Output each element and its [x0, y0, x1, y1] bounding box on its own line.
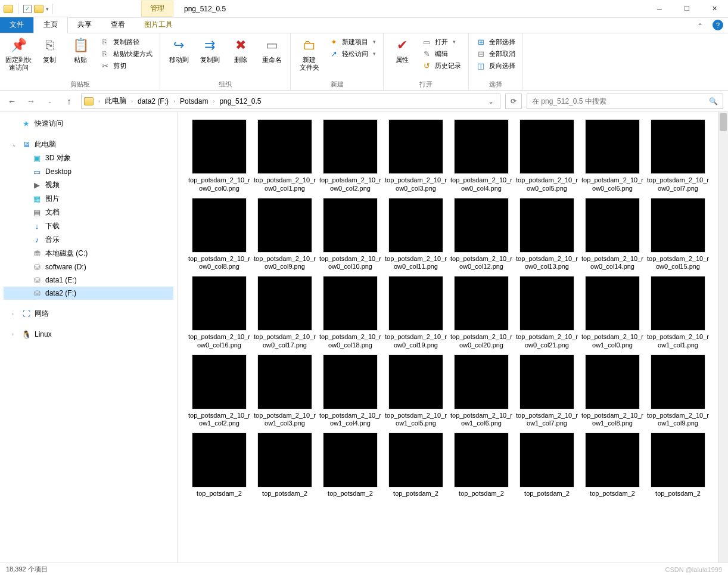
file-item[interactable]: top_potsdam_2_10_row1_col9.png: [647, 355, 709, 428]
file-item[interactable]: top_potsdam_2: [581, 433, 643, 498]
file-item[interactable]: top_potsdam_2_10_row0_col0.png: [188, 119, 250, 193]
file-item[interactable]: top_potsdam_2_10_row1_col0.png: [581, 276, 643, 350]
delete-button[interactable]: ✖删除: [226, 35, 256, 65]
tree-node[interactable]: ⌄🖥此电脑: [4, 138, 173, 151]
copypath-button[interactable]: ⎘复制路径: [97, 36, 156, 48]
easyaccess-button[interactable]: ↗轻松访问▾: [325, 48, 379, 60]
tab-file[interactable]: 文件: [0, 17, 33, 33]
file-item[interactable]: top_potsdam_2_10_row0_col13.png: [516, 198, 578, 272]
recent-button[interactable]: ⌄: [43, 94, 57, 108]
file-item[interactable]: top_potsdam_2_10_row0_col12.png: [450, 198, 512, 272]
pin-button[interactable]: 📌固定到快 速访问: [4, 35, 33, 73]
open-button[interactable]: ▭打开▾: [418, 36, 465, 48]
file-item[interactable]: top_potsdam_2: [385, 433, 447, 498]
tree-node[interactable]: ♪音乐: [4, 233, 173, 247]
tab-picture-tools[interactable]: 图片工具: [135, 17, 182, 33]
tree-node[interactable]: ⛃本地磁盘 (C:): [4, 247, 173, 260]
rename-button[interactable]: ▭重命名: [257, 35, 287, 65]
selectnone-button[interactable]: ⊟全部取消: [472, 48, 519, 60]
file-item[interactable]: top_potsdam_2_10_row1_col5.png: [385, 355, 447, 428]
tree-node[interactable]: ⛁data2 (F:): [4, 287, 173, 300]
moveto-button[interactable]: ↪移动到: [164, 35, 194, 65]
file-item[interactable]: top_potsdam_2: [450, 433, 512, 498]
tree-node[interactable]: ↓下载: [4, 219, 173, 233]
file-item[interactable]: top_potsdam_2_10_row0_col15.png: [647, 198, 709, 272]
edit-button[interactable]: ✎编辑: [418, 48, 465, 60]
file-item[interactable]: top_potsdam_2_10_row0_col6.png: [581, 119, 643, 193]
file-item[interactable]: top_potsdam_2_10_row0_col10.png: [319, 198, 381, 272]
up-button[interactable]: ↑: [62, 94, 76, 108]
search-box[interactable]: 🔍: [527, 94, 723, 109]
file-item[interactable]: top_potsdam_2_10_row0_col16.png: [188, 276, 250, 350]
copyto-button[interactable]: ⇉复制到: [195, 35, 225, 65]
file-item[interactable]: top_potsdam_2_10_row0_col2.png: [319, 119, 381, 193]
invert-button[interactable]: ◫反向选择: [472, 60, 519, 72]
tab-share[interactable]: 共享: [68, 17, 101, 33]
crumb[interactable]: 此电脑: [102, 95, 129, 107]
tab-view[interactable]: 查看: [101, 17, 135, 33]
file-item[interactable]: top_potsdam_2_10_row1_col1.png: [647, 276, 709, 350]
file-item[interactable]: top_potsdam_2_10_row0_col11.png: [385, 198, 447, 272]
scrollbar-thumb[interactable]: [720, 113, 727, 131]
file-item[interactable]: top_potsdam_2_10_row0_col17.png: [254, 276, 316, 350]
scrollbar[interactable]: [718, 112, 728, 562]
crumb[interactable]: data2 (F:): [135, 96, 171, 107]
tree-node[interactable]: ⛁data1 (E:): [4, 273, 173, 287]
file-item[interactable]: top_potsdam_2_10_row1_col6.png: [450, 355, 512, 428]
file-item[interactable]: top_potsdam_2_10_row0_col9.png: [254, 198, 316, 272]
back-button[interactable]: ←: [5, 94, 19, 108]
minimize-button[interactable]: ─: [646, 0, 673, 18]
file-item[interactable]: top_potsdam_2_10_row1_col7.png: [516, 355, 578, 428]
file-item[interactable]: top_potsdam_2_10_row0_col7.png: [647, 119, 709, 193]
properties-button[interactable]: ✔属性: [387, 35, 417, 65]
file-item[interactable]: top_potsdam_2_10_row0_col1.png: [254, 119, 316, 193]
file-item[interactable]: top_potsdam_2_10_row1_col8.png: [581, 355, 643, 428]
tree-node[interactable]: ▣3D 对象: [4, 151, 173, 165]
copy-button[interactable]: ⎘复制: [35, 35, 64, 65]
file-item[interactable]: top_potsdam_2: [319, 433, 381, 498]
file-item[interactable]: top_potsdam_2: [254, 433, 316, 498]
paste-button[interactable]: 📋粘贴: [66, 35, 95, 65]
tree-node[interactable]: ▦图片: [4, 192, 173, 206]
file-item[interactable]: top_potsdam_2: [647, 433, 709, 498]
file-item[interactable]: top_potsdam_2_10_row0_col8.png: [188, 198, 250, 272]
file-item[interactable]: top_potsdam_2_10_row0_col3.png: [385, 119, 447, 193]
search-input[interactable]: [532, 97, 709, 105]
crumb[interactable]: png_512_0.5: [217, 96, 263, 107]
file-item[interactable]: top_potsdam_2_10_row1_col3.png: [254, 355, 316, 428]
file-item[interactable]: top_potsdam_2_10_row1_col4.png: [319, 355, 381, 428]
tree-node[interactable]: ▶视频: [4, 178, 173, 192]
selectall-button[interactable]: ⊞全部选择: [472, 36, 519, 48]
tab-home[interactable]: 主页: [33, 17, 68, 33]
tree-node[interactable]: ▭Desktop: [4, 165, 173, 178]
ribbon-collapse-button[interactable]: ⌃: [691, 20, 709, 33]
qat-checkbox[interactable]: ✓: [23, 5, 32, 13]
close-button[interactable]: ✕: [701, 0, 728, 18]
file-item[interactable]: top_potsdam_2_10_row1_col2.png: [188, 355, 250, 428]
newitem-button[interactable]: ✦新建项目▾: [325, 36, 379, 48]
crumb[interactable]: Potsdam: [178, 96, 210, 107]
file-item[interactable]: top_potsdam_2_10_row0_col19.png: [385, 276, 447, 350]
file-item[interactable]: top_potsdam_2_10_row0_col4.png: [450, 119, 512, 193]
maximize-button[interactable]: ☐: [673, 0, 701, 18]
file-item[interactable]: top_potsdam_2_10_row0_col21.png: [516, 276, 578, 350]
history-button[interactable]: ↺历史记录: [418, 60, 465, 72]
tree-node[interactable]: ›⛶网络: [4, 307, 173, 321]
tree-node[interactable]: ⛁software (D:): [4, 260, 173, 273]
forward-button[interactable]: →: [24, 94, 38, 108]
newfolder-button[interactable]: 🗀新建 文件夹: [294, 35, 324, 73]
folder-icon[interactable]: [34, 5, 43, 13]
file-item[interactable]: top_potsdam_2_10_row0_col20.png: [450, 276, 512, 350]
contextual-tab-manage[interactable]: 管理: [141, 1, 173, 17]
tree-node[interactable]: ›🐧Linux: [4, 328, 173, 341]
tree-node[interactable]: ★快速访问: [4, 117, 173, 130]
address-bar[interactable]: › 此电脑› data2 (F:)› Potsdam› png_512_0.5 …: [81, 94, 500, 109]
file-item[interactable]: top_potsdam_2: [188, 433, 250, 498]
tree-node[interactable]: ▤文档: [4, 206, 173, 219]
nav-tree[interactable]: ★快速访问⌄🖥此电脑▣3D 对象▭Desktop▶视频▦图片▤文档↓下载♪音乐⛃…: [0, 112, 178, 562]
pasteshortcut-button[interactable]: ⎘粘贴快捷方式: [97, 48, 156, 60]
file-item[interactable]: top_potsdam_2_10_row0_col14.png: [581, 198, 643, 272]
help-button[interactable]: ?: [713, 20, 723, 30]
address-dropdown[interactable]: ⌄: [484, 97, 497, 105]
file-item[interactable]: top_potsdam_2_10_row0_col5.png: [516, 119, 578, 193]
